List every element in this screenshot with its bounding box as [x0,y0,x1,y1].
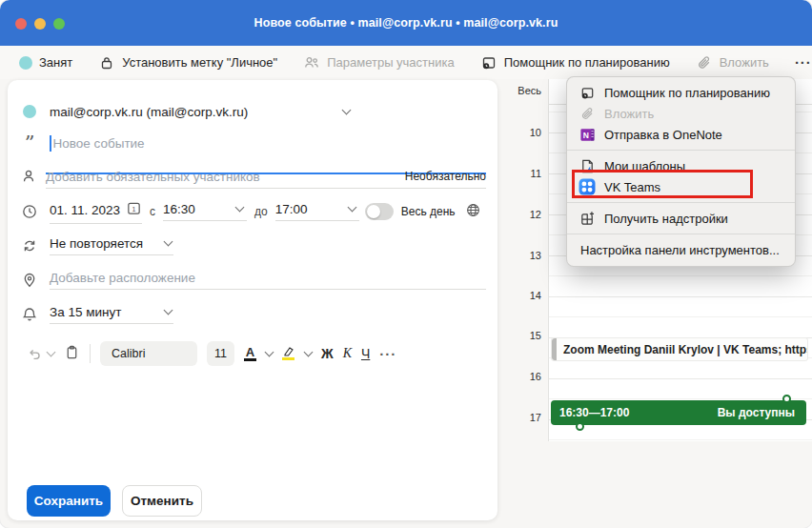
paperclip-icon [696,54,713,71]
optional-attendees-button[interactable]: Необязательно [405,170,486,183]
title-row: ” Новое событие [8,131,497,155]
event-form-card: mail@corp.vk.ru (mail@corp.vk.ru) ” Ново… [8,80,497,520]
text-format-toolbar: Calibri 11 A Ж К Ч ··· [27,339,484,368]
all-day-toggle[interactable] [365,203,394,220]
hour-label: 13 [505,250,541,261]
chevron-down-icon [235,203,245,213]
event-title-input[interactable]: Новое событие [53,136,145,151]
date-field[interactable]: 01. 11. 2023 1 [50,200,142,224]
people-icon [303,54,320,71]
chevron-down-icon[interactable] [304,347,314,356]
chevron-down-icon [164,306,173,315]
organizer-select[interactable]: mail@corp.vk.ru (mail@corp.vk.ru) [50,105,248,119]
chevron-down-icon[interactable] [265,347,274,356]
bell-icon [21,306,38,323]
date-picker-icon[interactable]: 1 [126,200,142,220]
vk-teams-icon [579,178,596,195]
participant-options-button[interactable]: Параметры участника [303,54,455,71]
resize-handle-top[interactable] [782,395,791,403]
datetime-row: 01. 11. 2023 1 с 16:30 до 17:00 Весь ден… [8,198,497,225]
all-day-label: Весь день [401,205,456,218]
start-time-field[interactable]: 16:30 [163,202,247,221]
window-controls [15,18,65,30]
timezone-globe-icon[interactable] [465,202,481,222]
zoom-window-button[interactable] [53,18,65,30]
hour-label: 14 [505,290,541,301]
text-cursor [50,135,51,152]
underline-button[interactable]: Ч [361,346,370,361]
svg-text:N: N [582,130,588,139]
calendar-event[interactable]: Zoom Meeting Daniil Krylov | VK Teams; h… [551,337,808,361]
menu-item-planning-assistant[interactable]: Помощник по планированию [567,82,795,103]
undo-button[interactable] [27,346,54,362]
menu-item-onenote[interactable]: N Отправка в OneNote [567,124,795,145]
event-window: Новое событие • mail@corp.vk.ru • mail@c… [0,0,812,528]
template-icon [579,157,596,174]
cancel-button[interactable]: Отменить [122,485,202,517]
menu-item-templates[interactable]: Мои шаблоны [567,155,795,176]
font-family-select[interactable]: Calibri [100,341,197,366]
busy-status-button[interactable]: Занят [19,55,72,70]
hour-label: 10 [505,127,541,138]
chevron-down-icon[interactable] [342,105,352,114]
attendees-input[interactable]: Добавить обязательных участников [46,170,260,184]
menu-item-customize-toolbar[interactable]: Настройка панели инструментов... [567,239,795,260]
more-format-button[interactable]: ··· [379,346,396,362]
repeat-icon [21,237,38,254]
more-options-menu: Помощник по планированию Вложить N Отпра… [566,76,796,267]
font-color-button[interactable]: A [244,347,256,361]
person-icon [20,168,37,185]
all-day-row-label: Весь [505,85,541,96]
recurrence-select[interactable]: Не повторяется [50,236,173,255]
organizer-row: mail@corp.vk.ru (mail@corp.vk.ru) [8,98,497,125]
end-time-field[interactable]: 17:00 [275,202,359,221]
planning-assistant-icon [480,54,497,71]
menu-item-attach[interactable]: Вложить [567,103,795,124]
svg-text:1: 1 [132,205,136,213]
reminder-row: За 15 минут [8,301,497,328]
busy-status-icon [19,56,32,70]
chevron-down-icon [47,347,56,356]
hour-label: 11 [505,168,541,179]
location-pin-icon [21,272,38,289]
hour-label: 17 [505,412,541,423]
location-input[interactable]: Добавьте расположение [50,271,486,290]
attendees-row: Добавить обязательных участников Необяза… [46,165,486,189]
window-title: Новое событие • mail@corp.vk.ru • mail@c… [254,16,558,30]
close-window-button[interactable] [15,18,27,30]
planning-assistant-button[interactable]: Помощник по планированию [480,54,670,71]
event-time-range: 16:30—17:00 [559,406,629,419]
chevron-down-icon [347,203,356,213]
more-options-button[interactable]: ··· [795,54,812,71]
titlebar: Новое событие • mail@corp.vk.ru • mail@c… [0,0,812,46]
hour-label: 16 [505,371,541,382]
attach-button[interactable]: Вложить [696,54,769,71]
italic-button[interactable]: К [343,346,352,361]
tag-lock-icon [98,54,115,71]
menu-item-get-addins[interactable]: Получить надстройки [567,208,795,229]
menu-item-vk-teams[interactable]: VK Teams [567,176,795,197]
onenote-icon: N [579,126,596,143]
set-label-button[interactable]: Установить метку "Личное" [98,54,277,71]
selected-timeslot-event[interactable]: 16:30—17:00 Вы доступны [551,400,806,425]
planning-assistant-icon [579,84,596,101]
minimize-window-button[interactable] [34,18,46,30]
font-size-select[interactable]: 11 [207,341,234,366]
availability-label: Вы доступны [718,406,795,419]
chevron-down-icon [164,237,173,247]
reminder-select[interactable]: За 15 минут [50,305,173,324]
event-toolbar: Занят Установить метку "Личное" Параметр… [0,46,812,79]
paperclip-icon [579,105,596,122]
bold-button[interactable]: Ж [321,346,334,361]
clock-icon [21,203,38,220]
hour-label: 15 [505,330,541,341]
hour-label: 12 [505,209,541,220]
save-button[interactable]: Сохранить [27,485,111,517]
resize-handle-bottom[interactable] [576,422,584,431]
location-row: Добавьте расположение [8,267,497,294]
recurrence-row: Не повторяется [8,233,497,259]
paste-button[interactable] [64,344,80,364]
addins-icon [579,210,596,227]
highlight-button[interactable] [282,347,295,360]
quote-icon: ” [25,138,35,148]
